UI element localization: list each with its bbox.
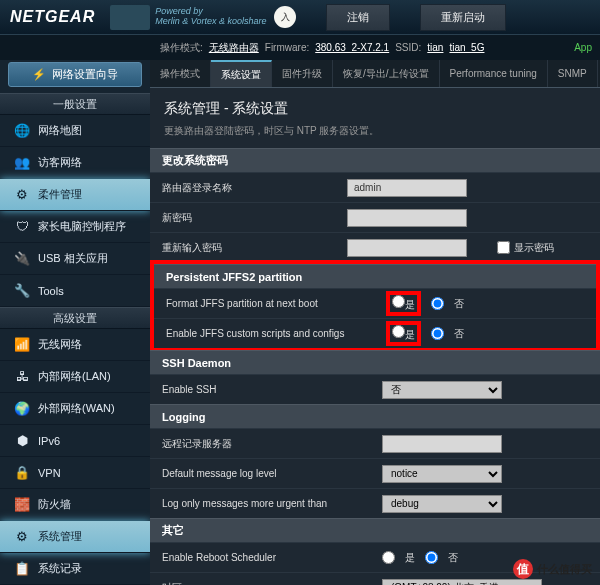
show-password-label[interactable]: 显示密码 xyxy=(497,241,554,255)
row-format-jffs: Format JFFS partition at next boot 是 否 xyxy=(154,288,596,318)
reboot-yes-radio[interactable] xyxy=(382,551,395,564)
enable-scripts-yes-radio[interactable] xyxy=(392,325,405,338)
wizard-button[interactable]: ⚡ 网络设置向导 xyxy=(8,62,142,87)
sidebar-item[interactable]: 🛡家长电脑控制程序 xyxy=(0,211,150,243)
sidebar-item[interactable]: 🔌USB 相关应用 xyxy=(0,243,150,275)
watermark-icon: 值 xyxy=(513,559,533,579)
nav-label: 系统管理 xyxy=(38,529,82,544)
log-level-select[interactable]: notice xyxy=(382,465,502,483)
new-password-input[interactable] xyxy=(347,209,467,227)
tab[interactable]: Performance tuning xyxy=(440,60,548,87)
reboot-button[interactable]: 重新启动 xyxy=(420,4,506,31)
login-name-input[interactable] xyxy=(347,179,467,197)
tab[interactable]: 系统设置 xyxy=(211,60,272,87)
brand-logo: NETGEAR xyxy=(0,8,105,26)
sidebar-item[interactable]: ⬢IPv6 xyxy=(0,425,150,457)
jffs-highlight-box: Persistent JFFS2 partition Format JFFS p… xyxy=(150,260,600,352)
nav-label: 柔件管理 xyxy=(38,187,82,202)
nav-label: 网络地图 xyxy=(38,123,82,138)
nav-icon: 🌍 xyxy=(14,401,30,417)
sidebar: ⚡ 网络设置向导 一般设置 🌐网络地图👥访客网络⚙柔件管理🛡家长电脑控制程序🔌U… xyxy=(0,60,150,585)
show-password-checkbox[interactable] xyxy=(497,241,510,254)
section-ssh: SSH Daemon xyxy=(150,350,600,374)
section-jffs: Persistent JFFS2 partition xyxy=(154,264,596,288)
sidebar-item[interactable]: 🔒VPN xyxy=(0,457,150,489)
sidebar-item[interactable]: ⚙系统管理 xyxy=(0,521,150,553)
status-bar: 操作模式: 无线路由器 Firmware: 380.63_2-X7.2.1 SS… xyxy=(0,35,600,60)
sidebar-item[interactable]: ⚙柔件管理 xyxy=(0,179,150,211)
content-area: 操作模式系统设置固件升级恢复/导出/上传设置Performance tuning… xyxy=(150,60,600,585)
nav-label: 外部网络(WAN) xyxy=(38,401,115,416)
nav-label: IPv6 xyxy=(38,435,60,447)
row-new-password: 新密码 xyxy=(150,202,600,232)
nav-icon: 📋 xyxy=(14,561,30,577)
sidebar-item[interactable]: 🖧内部网络(LAN) xyxy=(0,361,150,393)
sidebar-item[interactable]: 🧱防火墙 xyxy=(0,489,150,521)
section-advanced-header: 高级设置 xyxy=(0,307,150,329)
tab[interactable]: SNMP xyxy=(548,60,598,87)
nav-icon: 🔒 xyxy=(14,465,30,481)
reboot-no-radio[interactable] xyxy=(425,551,438,564)
section-other: 其它 xyxy=(150,518,600,542)
tab[interactable]: 操作模式 xyxy=(150,60,211,87)
logout-button[interactable]: 注销 xyxy=(326,4,390,31)
row-log-server: 远程记录服务器 xyxy=(150,428,600,458)
nav-label: Tools xyxy=(38,285,64,297)
tab[interactable]: 固件升级 xyxy=(272,60,333,87)
nav-icon: 👥 xyxy=(14,155,30,171)
tab-bar: 操作模式系统设置固件升级恢复/导出/上传设置Performance tuning… xyxy=(150,60,600,88)
nav-label: USB 相关应用 xyxy=(38,251,108,266)
ssid-link[interactable]: tian xyxy=(427,42,443,53)
section-password: 更改系统密码 xyxy=(150,148,600,172)
row-log-urgent: Log only messages more urgent than debug xyxy=(150,488,600,518)
koolshare-icon: 入 xyxy=(274,6,296,28)
nav-label: 无线网络 xyxy=(38,337,82,352)
sidebar-item[interactable]: 🌍外部网络(WAN) xyxy=(0,393,150,425)
sidebar-item[interactable]: 📶无线网络 xyxy=(0,329,150,361)
section-logging: Logging xyxy=(150,404,600,428)
retype-password-input[interactable] xyxy=(347,239,467,257)
enable-ssh-select[interactable]: 否 xyxy=(382,381,502,399)
top-bar: NETGEAR Powered by Merlin & Vortex & koo… xyxy=(0,0,600,35)
ssid-5g-link[interactable]: tian_5G xyxy=(449,42,484,53)
nav-label: 系统记录 xyxy=(38,561,82,576)
nav-icon: 🔧 xyxy=(14,283,30,299)
format-jffs-yes-radio[interactable] xyxy=(392,295,405,308)
nav-icon: ⚙ xyxy=(14,187,30,203)
nav-label: 内部网络(LAN) xyxy=(38,369,111,384)
nav-icon: 🧱 xyxy=(14,497,30,513)
row-log-level: Default message log level notice xyxy=(150,458,600,488)
nav-icon: 🔌 xyxy=(14,251,30,267)
router-icon xyxy=(110,5,150,30)
row-enable-scripts: Enable JFFS custom scripts and configs 是… xyxy=(154,318,596,348)
nav-label: 防火墙 xyxy=(38,497,71,512)
page-description: 更换路由器登陆密码，时区与 NTP 服务器设置。 xyxy=(150,124,600,148)
nav-icon: 🖧 xyxy=(14,369,30,385)
sidebar-item[interactable]: 🌐网络地图 xyxy=(0,115,150,147)
firmware-link[interactable]: 380.63_2-X7.2.1 xyxy=(315,42,389,53)
nav-icon: ⬢ xyxy=(14,433,30,449)
nav-icon: 🌐 xyxy=(14,123,30,139)
format-jffs-no-radio[interactable] xyxy=(431,297,444,310)
slogan: Powered by Merlin & Vortex & koolshare xyxy=(155,7,266,27)
row-enable-ssh: Enable SSH 否 xyxy=(150,374,600,404)
nav-label: 家长电脑控制程序 xyxy=(38,219,126,234)
row-login-name: 路由器登录名称 xyxy=(150,172,600,202)
log-server-input[interactable] xyxy=(382,435,502,453)
mode-link[interactable]: 无线路由器 xyxy=(209,41,259,55)
nav-icon: ⚙ xyxy=(14,529,30,545)
enable-scripts-no-radio[interactable] xyxy=(431,327,444,340)
watermark: 值 什么值得买 xyxy=(513,559,592,579)
row-retype-password: 重新输入密码 显示密码 xyxy=(150,232,600,262)
tab[interactable]: 恢复/导出/上传设置 xyxy=(333,60,440,87)
sidebar-item[interactable]: 👥访客网络 xyxy=(0,147,150,179)
sidebar-item[interactable]: 🔧Tools xyxy=(0,275,150,307)
wizard-icon: ⚡ xyxy=(32,68,46,81)
app-indicator: App xyxy=(574,42,592,53)
timezone-select[interactable]: (GMT+08:00) 北京, 香港 xyxy=(382,579,542,586)
nav-label: 访客网络 xyxy=(38,155,82,170)
sidebar-item[interactable]: 📋系统记录 xyxy=(0,553,150,585)
nav-icon: 🛡 xyxy=(14,219,30,235)
page-title: 系统管理 - 系统设置 xyxy=(150,88,600,124)
log-urgent-select[interactable]: debug xyxy=(382,495,502,513)
